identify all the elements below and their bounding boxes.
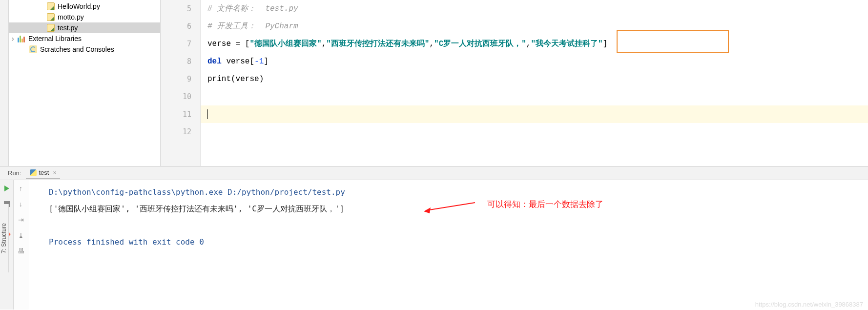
code-line-8[interactable]: del verse[-1] <box>201 53 868 70</box>
close-icon[interactable]: × <box>53 169 56 176</box>
code-line-6[interactable]: # 开发工具： PyCharm <box>201 18 868 35</box>
fold-icon[interactable]: ⌃ <box>187 18 190 35</box>
file-helloworld[interactable]: HelloWorld.py <box>9 1 160 12</box>
run-toolbar-secondary: ↑ ↓ ⇥ ⤓ 🖶 <box>14 180 28 310</box>
file-label: test.py <box>58 24 78 32</box>
file-test[interactable]: test.py <box>9 22 160 33</box>
code-line-5[interactable]: # 文件名称： test.py <box>201 0 868 18</box>
python-file-icon <box>47 13 55 21</box>
console-exit: Process finished with exit code 0 <box>49 234 866 250</box>
run-tool-window: Run: test × ≡ 📌 ↑ ↓ ⇥ ⤓ 🖶 D:\python\conf… <box>0 166 868 310</box>
print-button[interactable]: 🖶 <box>17 247 25 255</box>
file-label: HelloWorld.py <box>58 2 100 10</box>
code-line-9[interactable]: print(verse) <box>201 70 868 88</box>
watermark: https://blog.csdn.net/weixin_39868387 <box>755 301 863 308</box>
code-line-12[interactable] <box>201 123 868 141</box>
tree-label: Scratches and Consoles <box>40 45 114 53</box>
project-tree[interactable]: HelloWorld.py motto.py test.py › Externa… <box>9 0 160 166</box>
code-editor[interactable]: 5 6⌃ 7 8 9 10 11 12 # 文件名称： test.py # 开发… <box>160 0 868 166</box>
python-run-icon <box>30 169 37 176</box>
code-line-7[interactable]: verse = ["德国队小组赛回家","西班牙传控打法还有未来吗","C罗一人… <box>201 35 868 53</box>
svg-marker-1 <box>424 207 431 213</box>
up-button[interactable]: ↑ <box>17 184 25 193</box>
external-libraries[interactable]: › External Libraries <box>9 33 160 44</box>
console-blank <box>49 217 866 234</box>
python-file-icon <box>47 2 55 10</box>
python-file-icon <box>47 24 55 32</box>
chevron-right-icon: › <box>12 35 17 42</box>
play-icon <box>4 186 9 191</box>
scratches-icon <box>29 45 37 53</box>
code-area[interactable]: # 文件名称： test.py # 开发工具： PyCharm verse = … <box>201 0 868 166</box>
ide-left-gutter <box>0 0 9 166</box>
annotation-arrow <box>424 200 482 214</box>
scroll-end-button[interactable]: ⤓ <box>17 231 25 240</box>
run-tab-label: test <box>39 169 49 176</box>
scratches-consoles[interactable]: Scratches and Consoles <box>9 44 160 55</box>
console-command: D:\python\config-pathclass\python.exe D:… <box>49 184 866 201</box>
file-motto[interactable]: motto.py <box>9 12 160 22</box>
svg-line-0 <box>426 203 475 210</box>
soft-wrap-button[interactable]: ⇥ <box>17 215 25 224</box>
rerun-button[interactable] <box>2 184 11 193</box>
run-tab-test[interactable]: test × <box>26 167 60 179</box>
line-gutter: 5 6⌃ 7 8 9 10 11 12 <box>161 0 201 166</box>
structure-tab-label: 7: Structure <box>1 223 8 253</box>
code-line-10[interactable] <box>201 88 868 105</box>
text-cursor <box>207 109 208 119</box>
structure-tool-tab[interactable]: 7: Structure <box>0 204 9 272</box>
run-label: Run: <box>8 169 21 177</box>
tree-label: External Libraries <box>28 35 82 42</box>
down-button[interactable]: ↓ <box>17 200 25 208</box>
annotation-text: 可以得知：最后一个数据去除了 <box>487 199 603 210</box>
file-label: motto.py <box>58 13 84 21</box>
run-header: Run: test × <box>0 166 868 180</box>
console-output[interactable]: D:\python\config-pathclass\python.exe D:… <box>28 180 868 310</box>
code-line-11[interactable] <box>201 105 868 123</box>
libraries-icon <box>18 35 25 42</box>
